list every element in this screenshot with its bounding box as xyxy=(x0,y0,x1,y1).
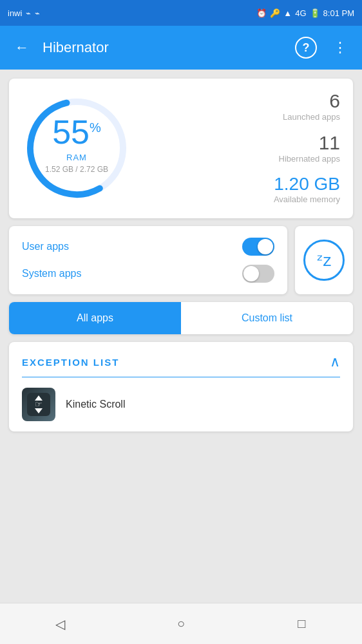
tab-bar: All apps Custom list xyxy=(9,302,353,334)
launched-apps-count: 6 xyxy=(283,91,340,111)
sleep-icon: ᶻz xyxy=(317,251,332,270)
help-button[interactable]: ? xyxy=(295,37,317,59)
signal-icon: 4G xyxy=(295,8,306,18)
stats-right: 6 Launched apps 11 Hibernated apps 1.20 … xyxy=(138,91,340,204)
toggle-panel: User apps System apps xyxy=(9,226,287,294)
user-apps-label: User apps xyxy=(22,241,69,252)
usb-icon: ⌁ xyxy=(26,8,31,18)
system-apps-knob xyxy=(243,266,259,281)
tab-all-apps[interactable]: All apps xyxy=(9,302,181,334)
ram-label: RAM xyxy=(66,153,87,162)
ram-percent: 55% xyxy=(52,115,101,149)
back-button[interactable]: ← xyxy=(10,36,33,59)
status-bar: inwi ⌁ ⌁ ⏰ 🔑 ▲ 4G 🔋 8:01 PM xyxy=(0,0,362,26)
recent-nav-icon: □ xyxy=(298,616,305,631)
app-name-kinetic-scroll: Kinetic Scroll xyxy=(66,399,125,410)
toggle-row: User apps System apps ᶻz xyxy=(9,226,353,294)
available-memory-value: 1.20 GB xyxy=(274,175,340,193)
user-apps-toggle-row: User apps xyxy=(22,238,274,256)
user-apps-toggle[interactable] xyxy=(242,238,274,256)
top-bar: ← Hibernator ? ⋮ xyxy=(0,26,362,70)
more-icon: ⋮ xyxy=(333,39,347,56)
kinetic-scroll-svg: ☞ xyxy=(27,393,50,416)
launched-apps-label: Launched apps xyxy=(283,112,340,122)
key-icon: 🔑 xyxy=(270,8,280,18)
tab-custom-list[interactable]: Custom list xyxy=(181,302,353,334)
app-icon-kinetic-scroll: ☞ xyxy=(22,388,55,421)
chevron-up-icon[interactable]: ∧ xyxy=(330,354,340,370)
system-apps-label: System apps xyxy=(22,268,81,279)
top-bar-icons: ? ⋮ xyxy=(295,36,352,59)
page-title: Hibernator xyxy=(43,39,295,56)
launched-apps-stat: 6 Launched apps xyxy=(283,91,340,122)
sleep-button[interactable]: ᶻz xyxy=(295,226,353,294)
back-nav-icon: ◁ xyxy=(55,616,65,632)
tab-custom-list-label: Custom list xyxy=(242,312,292,324)
back-nav-button[interactable]: ◁ xyxy=(46,610,75,638)
tab-all-apps-label: All apps xyxy=(77,312,113,324)
system-apps-toggle-row: System apps xyxy=(22,265,274,283)
battery-icon: 🔋 xyxy=(310,8,320,18)
main-content: 55% RAM 1.52 GB / 2.72 GB 6 Launched app… xyxy=(0,70,362,603)
menu-button[interactable]: ⋮ xyxy=(329,36,352,59)
exception-title: Exception List xyxy=(22,357,119,368)
exception-item-kinetic-scroll: ☞ Kinetic Scroll xyxy=(9,377,353,431)
exception-card: Exception List ∧ ☞ Kinetic Scroll xyxy=(9,342,353,431)
available-memory-stat: 1.20 GB Available memory xyxy=(274,175,340,204)
ram-usage: 1.52 GB / 2.72 GB xyxy=(45,165,108,174)
svg-text:☞: ☞ xyxy=(35,399,43,409)
sleep-circle-icon: ᶻz xyxy=(303,240,345,281)
alarm-icon: ⏰ xyxy=(256,8,267,18)
help-icon: ? xyxy=(303,41,310,55)
hibernated-apps-stat: 11 Hibernated apps xyxy=(279,133,340,164)
user-apps-knob xyxy=(258,239,273,254)
home-nav-icon: ○ xyxy=(177,616,185,631)
ram-circle: 55% RAM 1.52 GB / 2.72 GB xyxy=(22,93,131,203)
time-label: 8:01 PM xyxy=(323,8,354,18)
usb2-icon: ⌁ xyxy=(35,8,40,18)
status-right: ⏰ 🔑 ▲ 4G 🔋 8:01 PM xyxy=(256,8,354,18)
hibernated-apps-count: 11 xyxy=(279,133,340,153)
circle-inner: 55% RAM 1.52 GB / 2.72 GB xyxy=(45,115,108,174)
system-apps-toggle[interactable] xyxy=(242,265,274,283)
bottom-nav: ◁ ○ □ xyxy=(0,603,362,644)
recent-nav-button[interactable]: □ xyxy=(287,610,316,638)
status-left: inwi ⌁ ⌁ xyxy=(8,8,40,18)
hibernated-apps-label: Hibernated apps xyxy=(279,154,340,164)
home-nav-button[interactable]: ○ xyxy=(167,610,195,638)
available-memory-label: Available memory xyxy=(274,194,340,204)
stats-card: 55% RAM 1.52 GB / 2.72 GB 6 Launched app… xyxy=(9,79,353,218)
exception-header: Exception List ∧ xyxy=(9,342,353,377)
carrier-label: inwi xyxy=(8,8,22,18)
wifi-icon: ▲ xyxy=(283,8,292,18)
